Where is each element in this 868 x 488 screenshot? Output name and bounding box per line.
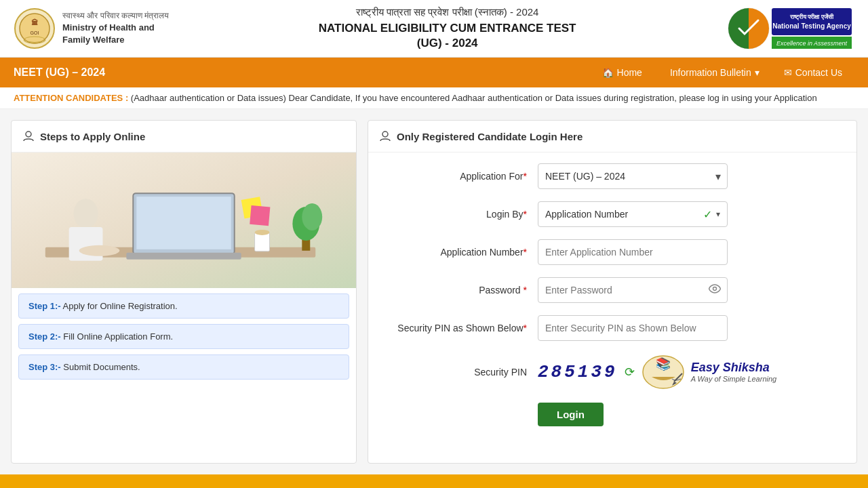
login-by-value: Application Number — [545, 209, 703, 220]
svg-text:National Testing Agency: National Testing Agency — [772, 22, 851, 30]
step-1-item: Step 1:- Apply for Online Registration. — [18, 293, 349, 319]
svg-point-19 — [79, 245, 120, 256]
contact-icon: ✉ — [784, 67, 792, 78]
svg-text:📚: 📚 — [656, 357, 671, 371]
security-pin-row: Security PIN as Shown Below* — [389, 315, 836, 341]
svg-text:Excellence in Assessment: Excellence in Assessment — [776, 40, 848, 47]
attention-bar: ATTENTION CANDIDATES : (Aadhaar authenti… — [0, 87, 868, 109]
application-number-label: Application Number* — [389, 247, 538, 258]
ministry-english-2: Family Welfare — [62, 34, 169, 46]
svg-rect-16 — [126, 253, 241, 260]
captcha-display-area: 285139 ⟳ 📚 — [538, 353, 776, 390]
exam-title: राष्ट्रीय पात्रता सह प्रवेश परीक्षा (स्न… — [169, 6, 726, 51]
login-button[interactable]: Login — [538, 403, 604, 426]
easy-shiksha-text-block: Easy Shiksha A Way of Simple Learning — [691, 361, 777, 383]
dropdown-caret-icon: ▾ — [716, 209, 720, 219]
security-pin-input[interactable] — [538, 315, 728, 341]
easy-shiksha-icon: 📚 — [642, 353, 686, 390]
check-icon: ✓ — [703, 208, 712, 221]
captcha-label: Security PIN — [389, 367, 538, 378]
step-3-text: Submit Documents. — [63, 362, 140, 372]
exam-title-hindi: राष्ट्रीय पात्रता सह प्रवेश परीक्षा (स्न… — [169, 6, 726, 18]
steps-panel: Steps to Apply Online — [11, 120, 357, 464]
password-wrapper — [538, 277, 728, 303]
login-panel: Only Registered Candidate Login Here App… — [368, 120, 857, 464]
home-icon: 🏠 — [602, 67, 614, 78]
dropdown-arrow-icon: ▾ — [755, 67, 760, 78]
refresh-captcha-button[interactable]: ⟳ — [625, 365, 635, 380]
login-panel-title: Only Registered Candidate Login Here — [397, 131, 583, 142]
user-icon-2 — [379, 130, 391, 142]
bottom-banner: NEET Admit Card 2024 Download — [0, 474, 868, 488]
svg-point-21 — [255, 230, 270, 235]
main-content: Steps to Apply Online — [0, 109, 868, 474]
easy-shiksha-branding: 📚 Easy Shiksha A Way of Simple Learning — [642, 353, 777, 390]
login-form: Application For* NEET (UG) – 2024 ▾ Logi… — [368, 152, 856, 449]
ministry-hindi: स्वास्थ्य और परिवार कल्याण मंत्रालय — [62, 10, 169, 22]
password-row: Password * — [389, 277, 836, 303]
steps-panel-header: Steps to Apply Online — [12, 121, 356, 152]
exam-title-english-2: (UG) - 2024 — [169, 36, 726, 51]
captcha-row: Security PIN 285139 ⟳ 📚 — [389, 353, 836, 390]
home-link[interactable]: 🏠 Home — [590, 58, 654, 87]
contact-us-link[interactable]: ✉ Contact Us — [772, 58, 854, 87]
ministry-english-1: Ministry of Health and — [62, 22, 169, 34]
svg-text:GOI: GOI — [31, 30, 39, 35]
step-3-item: Step 3:- Submit Documents. — [18, 354, 349, 380]
bottom-banner-text: NEET Admit Card 2024 Download — [208, 484, 660, 488]
nta-branding: राष्ट्रीय परीक्षा एजेंसी National Testin… — [726, 5, 854, 52]
steps-image — [12, 152, 356, 288]
step-1-text: Apply for Online Registration. — [63, 301, 178, 311]
svg-point-26 — [302, 203, 322, 230]
easy-shiksha-name: Easy Shiksha — [691, 361, 777, 375]
ministry-branding: 🏛 GOI स्वास्थ्य और परिवार कल्याण मंत्राल… — [14, 7, 169, 49]
desk-illustration — [12, 152, 356, 288]
login-by-select-wrapper[interactable]: Application Number ✓ ▾ — [538, 201, 728, 227]
login-panel-header: Only Registered Candidate Login Here — [368, 121, 856, 152]
exam-title-english-1: NATIONAL ELIGIBILITY CUM ENTRANCE TEST — [169, 21, 726, 36]
application-number-input[interactable] — [538, 239, 728, 265]
login-button-row: Login — [389, 403, 836, 426]
captcha-value: 285139 — [538, 362, 618, 382]
ministry-text: स्वास्थ्य और परिवार कल्याण मंत्रालय Mini… — [62, 10, 169, 46]
information-bulletin-link[interactable]: Information Bulletin ▾ — [654, 58, 772, 87]
application-for-row: Application For* NEET (UG) – 2024 ▾ — [389, 163, 836, 189]
step-2-text: Fill Online Application Form. — [63, 331, 173, 342]
attention-full-text: Dear Candidate, If you have encountered … — [289, 93, 817, 103]
nta-logo-icon: राष्ट्रीय परीक्षा एजेंसी National Testin… — [726, 5, 854, 52]
login-by-row: Login By* Application Number ✓ ▾ — [389, 201, 836, 227]
steps-title: Steps to Apply Online — [40, 131, 145, 142]
attention-issue: (Aadhaar authentication or Data issues) — [131, 93, 286, 103]
svg-point-27 — [382, 131, 388, 137]
application-for-select[interactable]: NEET (UG) – 2024 — [538, 163, 728, 189]
ministry-emblem-icon: 🏛 GOI — [14, 7, 56, 49]
easy-shiksha-tagline: A Way of Simple Learning — [691, 375, 777, 383]
navbar-brand: NEET (UG) – 2024 — [14, 66, 105, 79]
svg-rect-23 — [250, 205, 270, 226]
svg-point-17 — [74, 199, 98, 228]
security-pin-label: Security PIN as Shown Below* — [389, 323, 538, 333]
application-for-label: Application For* — [389, 171, 538, 182]
svg-text:राष्ट्रीय परीक्षा एजेंसी: राष्ट्रीय परीक्षा एजेंसी — [789, 13, 834, 21]
application-for-select-wrapper: NEET (UG) – 2024 ▾ — [538, 163, 728, 189]
svg-rect-6 — [772, 8, 852, 35]
navbar-links: 🏠 Home Information Bulletin ▾ ✉ Contact … — [590, 58, 854, 87]
site-header: 🏛 GOI स्वास्थ्य और परिवार कल्याण मंत्राल… — [0, 0, 868, 58]
user-icon — [22, 130, 35, 142]
svg-rect-20 — [255, 232, 270, 251]
step-2-item: Step 2:- Fill Online Application Form. — [18, 324, 349, 349]
eye-icon[interactable] — [709, 284, 721, 296]
step-1-num: Step 1:- — [28, 301, 61, 311]
svg-text:🏛: 🏛 — [31, 18, 38, 26]
step-3-num: Step 3:- — [28, 362, 61, 372]
svg-point-28 — [713, 287, 717, 291]
attention-label: ATTENTION CANDIDATES : — [14, 93, 128, 103]
step-2-num: Step 2:- — [28, 331, 61, 342]
svg-point-11 — [26, 131, 31, 137]
application-number-row: Application Number* — [389, 239, 836, 265]
svg-rect-15 — [136, 197, 231, 249]
main-navbar: NEET (UG) – 2024 🏠 Home Information Bull… — [0, 58, 868, 87]
password-input[interactable] — [538, 277, 728, 303]
password-label: Password * — [389, 285, 538, 296]
login-by-label: Login By* — [389, 209, 538, 220]
